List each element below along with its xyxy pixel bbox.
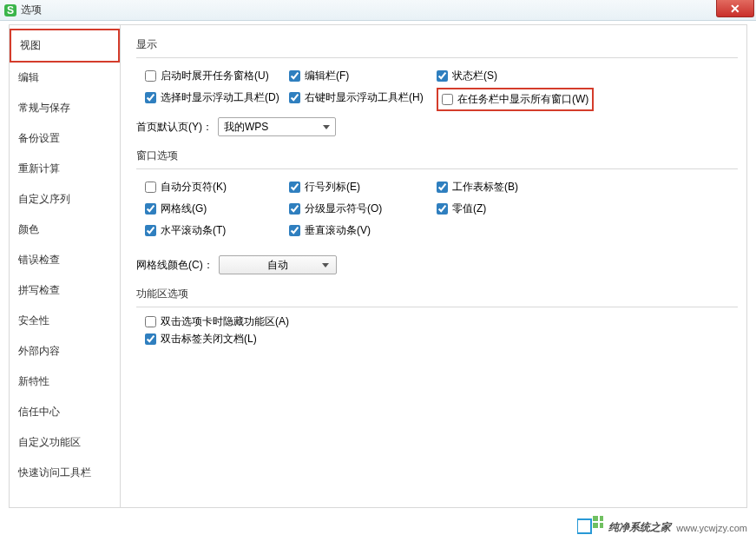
option-cell: 自动分页符(K) — [136, 176, 289, 198]
category-sidebar: 视图编辑常规与保存备份设置重新计算自定义序列颜色错误检查拼写检查安全性外部内容新… — [10, 25, 121, 507]
svg-text:S: S — [7, 4, 14, 17]
close-icon: ✕ — [730, 3, 740, 15]
default-tab-label: 首页默认页(Y)： — [136, 120, 213, 135]
sidebar-item-1[interactable]: 编辑 — [10, 63, 120, 93]
sidebar-item-11[interactable]: 新特性 — [10, 366, 120, 397]
grid-color-combobox[interactable]: 自动 — [219, 255, 337, 274]
option-cell: 网格线(G) — [136, 198, 289, 220]
checkbox-input[interactable] — [145, 182, 156, 193]
checkbox-label: 启动时展开任务窗格(U) — [161, 69, 269, 83]
checkbox-winopts-rows-2-0[interactable]: 水平滚动条(T) — [145, 223, 289, 238]
checkbox-input[interactable] — [437, 203, 448, 215]
divider — [136, 57, 738, 58]
checkbox-display-rows-1-0[interactable]: 选择时显示浮动工具栏(D) — [145, 90, 289, 105]
sidebar-item-2[interactable]: 常规与保存 — [10, 93, 120, 123]
checkbox-label: 自动分页符(K) — [161, 180, 227, 195]
checkbox-input[interactable] — [437, 182, 448, 193]
sidebar-item-10[interactable]: 外部内容 — [10, 336, 120, 366]
checkbox-input[interactable] — [145, 70, 156, 82]
checkbox-winopts-rows-1-1[interactable]: 分级显示符号(O) — [289, 201, 437, 216]
checkbox-ribbon-1[interactable]: 双击标签关闭文档(L) — [145, 332, 738, 347]
checkbox-label: 在任务栏中显示所有窗口(W) — [457, 92, 588, 107]
sidebar-item-6[interactable]: 颜色 — [10, 215, 120, 245]
watermark-text: 纯净系统之家 — [608, 520, 671, 535]
checkbox-display-rows-1-1[interactable]: 右键时显示浮动工具栏(H) — [289, 90, 437, 105]
sidebar-item-8[interactable]: 拼写检查 — [10, 275, 120, 306]
checkbox-display-rows-0-2[interactable]: 状态栏(S) — [437, 69, 497, 83]
sidebar-item-3[interactable]: 备份设置 — [10, 123, 120, 154]
checkbox-input[interactable] — [145, 92, 156, 103]
checkbox-input[interactable] — [289, 182, 300, 193]
checkbox-label: 状态栏(S) — [452, 69, 497, 83]
checkbox-ribbon-0[interactable]: 双击选项卡时隐藏功能区(A) — [145, 314, 738, 329]
app-logo-icon: S — [3, 3, 17, 17]
titlebar: S 选项 ✕ — [0, 0, 756, 21]
checkbox-input[interactable] — [289, 70, 300, 82]
divider — [136, 307, 738, 307]
option-cell: 工作表标签(B) — [437, 176, 518, 198]
checkbox-winopts-rows-1-2[interactable]: 零值(Z) — [437, 201, 486, 216]
highlight-box: 在任务栏中显示所有窗口(W) — [437, 88, 594, 111]
dialog-body: 视图编辑常规与保存备份设置重新计算自定义序列颜色错误检查拼写检查安全性外部内容新… — [9, 24, 747, 508]
option-row: 选择时显示浮动工具栏(D)右键时显示浮动工具栏(H)在任务栏中显示所有窗口(W) — [136, 87, 738, 112]
section-winopts-title: 窗口选项 — [136, 149, 738, 163]
checkbox-input[interactable] — [437, 70, 448, 82]
checkbox-input[interactable] — [145, 316, 156, 327]
checkbox-label: 零值(Z) — [452, 201, 486, 216]
checkbox-winopts-rows-0-0[interactable]: 自动分页符(K) — [145, 180, 289, 195]
checkbox-input[interactable] — [145, 333, 156, 345]
checkbox-display-rows-1-2[interactable]: 在任务栏中显示所有窗口(W) — [442, 92, 588, 107]
option-row: 水平滚动条(T)垂直滚动条(V) — [136, 220, 738, 241]
checkbox-label: 工作表标签(B) — [452, 180, 518, 195]
checkbox-display-rows-0-0[interactable]: 启动时展开任务窗格(U) — [145, 69, 289, 83]
checkbox-input[interactable] — [442, 94, 453, 105]
checkbox-label: 行号列标(E) — [305, 180, 360, 195]
checkbox-input[interactable] — [145, 203, 156, 215]
sidebar-item-5[interactable]: 自定义序列 — [10, 184, 120, 215]
checkbox-winopts-rows-1-0[interactable]: 网格线(G) — [145, 201, 289, 216]
default-tab-row: 首页默认页(Y)： 我的WPS — [136, 117, 738, 136]
watermark-url: www.ycwjzy.com — [676, 523, 747, 533]
sidebar-item-14[interactable]: 快速访问工具栏 — [10, 458, 120, 488]
checkbox-winopts-rows-0-1[interactable]: 行号列标(E) — [289, 180, 437, 195]
default-tab-value: 我的WPS — [224, 120, 268, 135]
sidebar-item-12[interactable]: 信任中心 — [10, 397, 120, 427]
option-cell: 行号列标(E) — [289, 176, 437, 198]
sidebar-item-13[interactable]: 自定义功能区 — [10, 427, 120, 458]
option-cell: 启动时展开任务窗格(U) — [136, 65, 289, 87]
option-cell: 选择时显示浮动工具栏(D) — [136, 87, 289, 112]
checkbox-label: 分级显示符号(O) — [305, 201, 382, 216]
chevron-down-icon — [322, 263, 329, 267]
checkbox-label: 水平滚动条(T) — [161, 223, 226, 238]
window-title: 选项 — [21, 3, 42, 17]
checkbox-input[interactable] — [289, 225, 300, 236]
content-panel: 显示 启动时展开任务窗格(U)编辑栏(F)状态栏(S)选择时显示浮动工具栏(D)… — [121, 25, 746, 507]
checkbox-input[interactable] — [289, 203, 300, 215]
sidebar-item-0[interactable]: 视图 — [10, 29, 120, 63]
sidebar-item-9[interactable]: 安全性 — [10, 306, 120, 336]
option-cell: 在任务栏中显示所有窗口(W) — [437, 87, 594, 112]
option-row: 自动分页符(K)行号列标(E)工作表标签(B) — [136, 176, 738, 198]
option-cell: 编辑栏(F) — [289, 65, 437, 87]
sidebar-item-7[interactable]: 错误检查 — [10, 245, 120, 275]
default-tab-combobox[interactable]: 我的WPS — [218, 117, 336, 136]
svg-rect-2 — [577, 519, 591, 533]
checkbox-label: 编辑栏(F) — [305, 69, 349, 83]
checkbox-input[interactable] — [145, 225, 156, 236]
checkbox-winopts-rows-2-1[interactable]: 垂直滚动条(V) — [289, 223, 437, 238]
section-display-title: 显示 — [136, 37, 738, 52]
sidebar-item-4[interactable]: 重新计算 — [10, 154, 120, 184]
checkbox-input[interactable] — [289, 92, 300, 103]
divider — [136, 168, 738, 169]
option-cell: 分级显示符号(O) — [289, 198, 437, 220]
watermark: 纯净系统之家 www.ycwjzy.com — [577, 516, 747, 539]
grid-color-row: 网格线颜色(C)： 自动 — [136, 255, 738, 274]
option-cell: 状态栏(S) — [437, 65, 497, 87]
option-row: 启动时展开任务窗格(U)编辑栏(F)状态栏(S) — [136, 65, 738, 87]
checkbox-label: 网格线(G) — [161, 201, 207, 216]
checkbox-label: 双击标签关闭文档(L) — [161, 332, 257, 347]
checkbox-display-rows-0-1[interactable]: 编辑栏(F) — [289, 69, 437, 83]
close-button[interactable]: ✕ — [716, 0, 754, 17]
checkbox-winopts-rows-0-2[interactable]: 工作表标签(B) — [437, 180, 518, 195]
options-window: S 选项 ✕ 视图编辑常规与保存备份设置重新计算自定义序列颜色错误检查拼写检查安… — [0, 0, 756, 548]
